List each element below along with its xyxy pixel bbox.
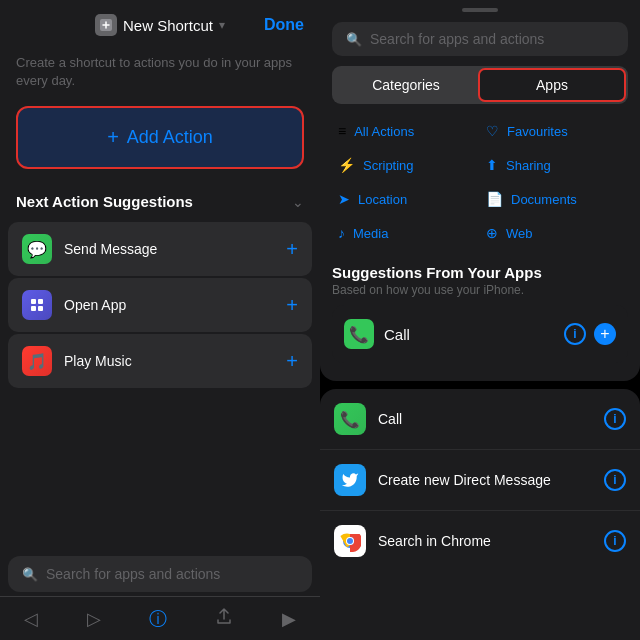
call-add-button[interactable]: + xyxy=(594,323,616,345)
scripting-icon: ⚡ xyxy=(338,157,355,173)
svg-rect-3 xyxy=(31,306,36,311)
suggestion-label-open-app: Open App xyxy=(64,297,126,313)
toolbar-forward-button[interactable]: ▷ xyxy=(79,600,109,638)
twitter-icon xyxy=(334,464,366,496)
tab-apps[interactable]: Apps xyxy=(478,68,626,102)
documents-icon: 📄 xyxy=(486,191,503,207)
category-media[interactable]: ♪ Media xyxy=(332,216,480,250)
shortcut-title: New Shortcut xyxy=(123,17,213,34)
right-search-bar[interactable]: 🔍 Search for apps and actions xyxy=(332,22,628,56)
suggestion-item-open-app[interactable]: Open App + xyxy=(8,278,312,332)
add-suggestion-icon[interactable]: + xyxy=(286,238,298,261)
call-info-button[interactable]: i xyxy=(564,323,586,345)
description-text: Create a shortcut to actions you do in y… xyxy=(0,46,320,106)
chrome-icon xyxy=(334,525,366,557)
toolbar-play-button[interactable]: ▶ xyxy=(274,600,304,638)
category-label-web: Web xyxy=(506,226,533,241)
right-top-section: 🔍 Search for apps and actions Categories… xyxy=(320,0,640,381)
right-bottom-list: 📞 Call i Create new Direct Message i xyxy=(320,389,640,640)
bottom-list-item-chrome[interactable]: Search in Chrome i xyxy=(320,511,640,571)
category-sharing[interactable]: ⬆ Sharing xyxy=(480,148,628,182)
bottom-search-placeholder: Search for apps and actions xyxy=(46,566,220,582)
bottom-search-bar[interactable]: 🔍 Search for apps and actions xyxy=(8,556,312,592)
tabs-row: Categories Apps xyxy=(332,66,628,104)
category-label-location: Location xyxy=(358,192,407,207)
category-favourites[interactable]: ♡ Favourites xyxy=(480,114,628,148)
tab-categories[interactable]: Categories xyxy=(334,68,478,102)
web-icon: ⊕ xyxy=(486,225,498,241)
suggestions-section: Suggestions From Your Apps Based on how … xyxy=(320,254,640,369)
category-label-all-actions: All Actions xyxy=(354,124,414,139)
bottom-label-twitter-dm: Create new Direct Message xyxy=(378,472,551,488)
chevron-down-icon: ▾ xyxy=(219,18,225,32)
search-icon: 🔍 xyxy=(22,567,38,582)
toolbar-back-button[interactable]: ◁ xyxy=(16,600,46,638)
call-bottom-info-button[interactable]: i xyxy=(604,408,626,430)
call-bottom-icon: 📞 xyxy=(334,403,366,435)
add-action-label: Add Action xyxy=(127,127,213,148)
shortcut-icon xyxy=(95,14,117,36)
categories-grid: ≡ All Actions ♡ Favourites ⚡ Scripting ⬆… xyxy=(320,104,640,254)
suggestions-subtext: Based on how you use your iPhone. xyxy=(332,283,628,297)
right-search-placeholder: Search for apps and actions xyxy=(370,31,544,47)
category-label-media: Media xyxy=(353,226,388,241)
right-panel: 🔍 Search for apps and actions Categories… xyxy=(320,0,640,640)
search-icon: 🔍 xyxy=(346,32,362,47)
openapp-app-icon xyxy=(22,290,52,320)
add-suggestion-icon[interactable]: + xyxy=(286,294,298,317)
twitter-bottom-info-button[interactable]: i xyxy=(604,469,626,491)
next-action-title: Next Action Suggestions xyxy=(16,193,193,210)
media-icon: ♪ xyxy=(338,225,345,241)
category-scripting[interactable]: ⚡ Scripting xyxy=(332,148,480,182)
toolbar-info-button[interactable]: ⓘ xyxy=(141,599,175,639)
messages-app-icon: 💬 xyxy=(22,234,52,264)
call-app-icon: 📞 xyxy=(344,319,374,349)
suggestions-heading: Suggestions From Your Apps xyxy=(332,264,628,281)
call-label: Call xyxy=(384,326,410,343)
category-documents[interactable]: 📄 Documents xyxy=(480,182,628,216)
category-web[interactable]: ⊕ Web xyxy=(480,216,628,250)
svg-point-8 xyxy=(347,538,353,544)
sharing-icon: ⬆ xyxy=(486,157,498,173)
music-app-icon: 🎵 xyxy=(22,346,52,376)
bottom-list-item-call[interactable]: 📞 Call i xyxy=(320,389,640,450)
add-suggestion-icon[interactable]: + xyxy=(286,350,298,373)
left-panel: New Shortcut ▾ Done Create a shortcut to… xyxy=(0,0,320,640)
favourites-icon: ♡ xyxy=(486,123,499,139)
chevron-up-icon: ⌄ xyxy=(292,194,304,210)
call-suggestion-item[interactable]: 📞 Call i + xyxy=(332,305,628,363)
bottom-label-chrome: Search in Chrome xyxy=(378,533,491,549)
drag-handle xyxy=(462,8,498,12)
add-action-button[interactable]: + Add Action xyxy=(16,106,304,169)
next-action-header: Next Action Suggestions ⌄ xyxy=(0,169,320,222)
suggestion-item-play-music[interactable]: 🎵 Play Music + xyxy=(8,334,312,388)
category-all-actions[interactable]: ≡ All Actions xyxy=(332,114,480,148)
bottom-label-call: Call xyxy=(378,411,402,427)
done-button[interactable]: Done xyxy=(264,16,304,34)
all-actions-icon: ≡ xyxy=(338,123,346,139)
bottom-toolbar: ◁ ▷ ⓘ ▶ xyxy=(0,596,320,640)
category-label-documents: Documents xyxy=(511,192,577,207)
svg-rect-1 xyxy=(31,299,36,304)
suggestion-label-play-music: Play Music xyxy=(64,353,132,369)
category-location[interactable]: ➤ Location xyxy=(332,182,480,216)
suggestion-list: 💬 Send Message + Open App + xyxy=(0,222,320,388)
top-bar-center: New Shortcut ▾ xyxy=(95,14,225,36)
add-action-plus-icon: + xyxy=(107,126,119,149)
svg-rect-2 xyxy=(38,299,43,304)
bottom-list-item-twitter[interactable]: Create new Direct Message i xyxy=(320,450,640,511)
category-label-favourites: Favourites xyxy=(507,124,568,139)
suggestion-item-send-message[interactable]: 💬 Send Message + xyxy=(8,222,312,276)
top-bar: New Shortcut ▾ Done xyxy=(0,0,320,46)
category-label-sharing: Sharing xyxy=(506,158,551,173)
suggestion-label-send-message: Send Message xyxy=(64,241,157,257)
toolbar-share-button[interactable] xyxy=(207,599,241,638)
category-label-scripting: Scripting xyxy=(363,158,414,173)
svg-rect-4 xyxy=(38,306,43,311)
chrome-bottom-info-button[interactable]: i xyxy=(604,530,626,552)
location-icon: ➤ xyxy=(338,191,350,207)
